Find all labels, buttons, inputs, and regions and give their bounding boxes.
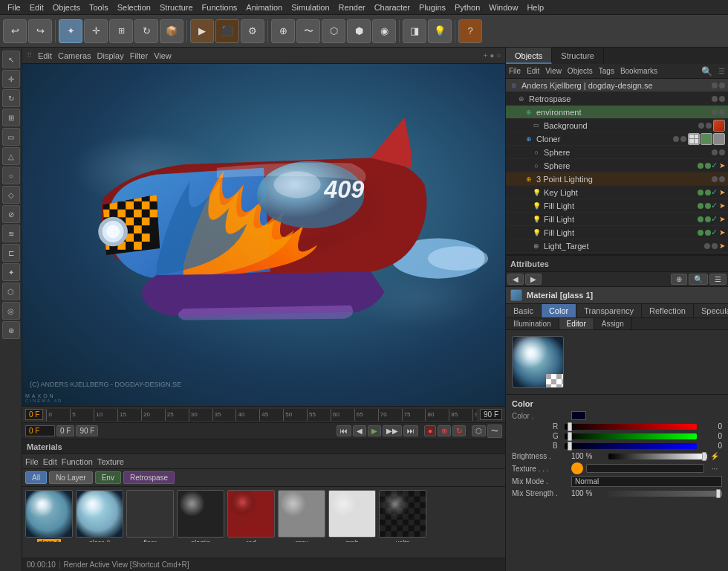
sidebar-rotate[interactable]: ↻ xyxy=(2,89,20,107)
menu-animation[interactable]: Animation xyxy=(241,3,287,12)
obj-file-menu[interactable]: File xyxy=(509,67,521,75)
menu-file[interactable]: File xyxy=(3,3,25,12)
material-plastic[interactable]: plastic xyxy=(177,490,224,542)
mix-strength-slider[interactable] xyxy=(608,491,722,497)
sidebar-tool7[interactable]: ⊏ xyxy=(2,244,20,262)
sidebar-tool4[interactable]: ◇ xyxy=(2,186,20,204)
channel-g-slider[interactable] xyxy=(565,433,697,439)
material-glass1[interactable]: glass 1 xyxy=(25,490,73,542)
move-tool-button[interactable]: ✛ xyxy=(84,19,108,43)
timeline-start[interactable]: 0 F xyxy=(25,409,43,420)
mat-edit-menu[interactable]: Edit xyxy=(43,457,57,466)
attr-subtab-assign[interactable]: Assign xyxy=(594,318,632,329)
goto-end-button[interactable]: ⏭ xyxy=(403,425,418,436)
goto-start-button[interactable]: ⏮ xyxy=(337,425,351,436)
mat-function-menu[interactable]: Function xyxy=(62,457,93,466)
vp-view-menu[interactable]: View xyxy=(154,51,172,60)
channel-b-slider[interactable] xyxy=(565,443,697,449)
filter-env-button[interactable]: Env xyxy=(95,471,121,484)
vp-display-menu[interactable]: Display xyxy=(97,51,124,60)
field-button[interactable]: ◉ xyxy=(372,19,396,43)
menu-tools[interactable]: Tools xyxy=(85,3,113,12)
mat-file-menu[interactable]: File xyxy=(25,457,39,466)
record-pos-button[interactable]: ⊕ xyxy=(438,425,451,436)
mat-texture-menu[interactable]: Texture xyxy=(97,457,124,466)
attr-prev-button[interactable]: ◀ xyxy=(507,274,524,285)
mograph-button[interactable]: ⬢ xyxy=(347,19,371,43)
obj-row-filllight3[interactable]: 💡 Fill Light ✓ ➤ xyxy=(506,226,728,239)
effector-button[interactable]: ⬡ xyxy=(322,19,345,43)
prev-frame-button[interactable]: ◀ xyxy=(353,425,366,436)
attr-next-button[interactable]: ▶ xyxy=(525,274,542,285)
deform-button[interactable]: 〜 xyxy=(296,19,320,43)
current-frame-alt[interactable]: 0 F xyxy=(56,425,74,436)
attr-subtab-illumination[interactable]: Illumination xyxy=(506,318,559,329)
obj-row-cloner[interactable]: ⊕ Cloner xyxy=(506,132,728,146)
material-button[interactable]: ◨ xyxy=(403,19,426,43)
menu-functions[interactable]: Functions xyxy=(198,3,242,12)
sidebar-tool9[interactable]: ⬡ xyxy=(2,283,20,300)
objects-tab[interactable]: Objects xyxy=(506,48,552,64)
obj-row-sphere2[interactable]: ○ Sphere ✓ ➤ xyxy=(506,159,728,172)
sidebar-tool3[interactable]: ○ xyxy=(2,167,20,184)
filter-nolayer-button[interactable]: No Layer xyxy=(49,471,93,484)
obj-row-sphere1[interactable]: ○ Sphere xyxy=(506,146,728,159)
motion-button[interactable]: 〜 xyxy=(487,425,502,438)
timeline-end[interactable]: 90 F xyxy=(480,409,502,420)
obj-row-user[interactable]: ⊕ Anders Kjellberg | dogday-design.se xyxy=(506,79,728,92)
menu-python[interactable]: Python xyxy=(450,3,484,12)
sidebar-tool8[interactable]: ✦ xyxy=(2,263,20,281)
attr-add-button[interactable]: ⊕ xyxy=(671,274,687,285)
obj-row-keylight[interactable]: 💡 Key Light ✓ ➤ xyxy=(506,186,728,199)
sidebar-tool5[interactable]: ⊘ xyxy=(2,205,20,223)
obj-search-icon[interactable]: 🔍 xyxy=(701,66,712,77)
render-view-button[interactable]: ⬛ xyxy=(215,19,239,43)
render-settings-button[interactable]: ⚙ xyxy=(241,19,264,43)
obj-view-menu[interactable]: View xyxy=(545,67,562,75)
help-button[interactable]: ? xyxy=(458,19,482,43)
brightness-icon[interactable]: ⚡ xyxy=(707,452,722,460)
menu-window[interactable]: Window xyxy=(484,3,522,12)
sidebar-tool11[interactable]: ⊛ xyxy=(2,321,20,339)
filter-retro-button[interactable]: Retrospase xyxy=(123,471,175,484)
obj-row-lighttarget[interactable]: ⊕ Light_Target ➤ xyxy=(506,239,728,253)
obj-row-lighting[interactable]: ⊕ 3 Point Lighting xyxy=(506,172,728,186)
sidebar-tool6[interactable]: ≋ xyxy=(2,225,20,242)
attr-tab-color[interactable]: Color xyxy=(542,304,576,317)
sidebar-scale[interactable]: ⊞ xyxy=(2,109,20,126)
vp-edit-menu[interactable]: Edit xyxy=(38,51,52,60)
sidebar-tool2[interactable]: △ xyxy=(2,147,20,165)
menu-help[interactable]: Help xyxy=(522,3,548,12)
attr-tab-basic[interactable]: Basic xyxy=(506,304,542,317)
light-button[interactable]: 💡 xyxy=(428,19,452,43)
menu-render[interactable]: Render xyxy=(334,3,370,12)
vp-cameras-menu[interactable]: Cameras xyxy=(58,51,91,60)
sidebar-move[interactable]: ✛ xyxy=(2,70,20,88)
sidebar-tool1[interactable]: ▭ xyxy=(2,128,20,146)
scale-tool-button[interactable]: ⊞ xyxy=(109,19,133,43)
obj-row-filllight1[interactable]: 💡 Fill Light ✓ ➤ xyxy=(506,199,728,213)
obj-objects-menu[interactable]: Objects xyxy=(568,67,593,75)
render-button[interactable]: ▶ xyxy=(190,19,214,43)
structure-tab[interactable]: Structure xyxy=(552,48,604,64)
material-mph[interactable]: mph xyxy=(328,490,376,542)
sidebar-select[interactable]: ↖ xyxy=(2,51,20,68)
record-button[interactable]: ● xyxy=(424,425,436,436)
vp-filter-menu[interactable]: Filter xyxy=(130,51,148,60)
select-tool-button[interactable]: ✦ xyxy=(59,19,82,43)
color-swatch[interactable] xyxy=(571,411,586,420)
obj-tags-menu[interactable]: Tags xyxy=(599,67,614,75)
mixmode-select[interactable]: Normal xyxy=(571,476,722,487)
menu-simulation[interactable]: Simulation xyxy=(287,3,334,12)
attr-subtab-editor[interactable]: Editor xyxy=(559,318,594,329)
obj-row-filllight2[interactable]: 💡 Fill Light ✓ ➤ xyxy=(506,213,728,226)
menu-objects[interactable]: Objects xyxy=(48,3,85,12)
menu-selection[interactable]: Selection xyxy=(113,3,155,12)
menu-edit[interactable]: Edit xyxy=(25,3,48,12)
next-frame-button[interactable]: ▶▶ xyxy=(383,425,402,436)
rotate-tool-button[interactable]: ↻ xyxy=(134,19,158,43)
texture-options-button[interactable]: ··· xyxy=(707,465,722,473)
material-grey[interactable]: grey xyxy=(278,490,325,542)
material-floor[interactable]: floor xyxy=(126,490,174,542)
current-frame[interactable]: 0 F xyxy=(25,425,55,436)
